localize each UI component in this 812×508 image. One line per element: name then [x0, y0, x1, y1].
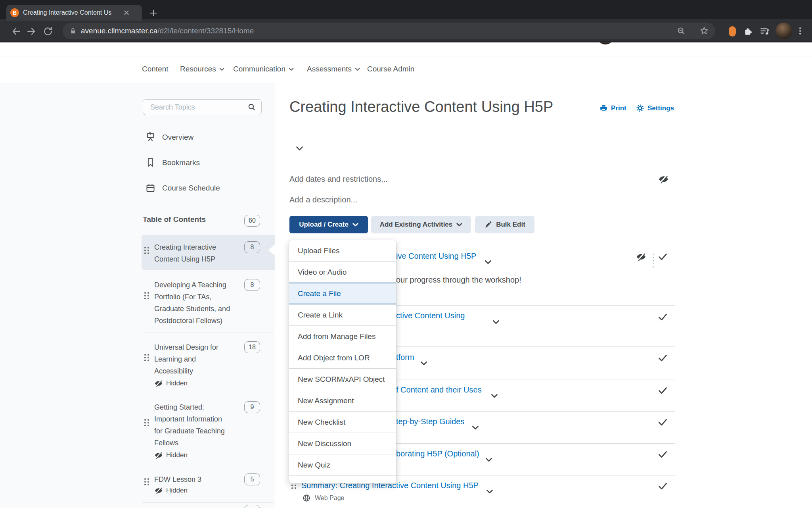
topic-hidden-eye-icon[interactable]	[636, 252, 646, 262]
navbar-item-content[interactable]: Content	[142, 65, 169, 73]
forward-icon[interactable]	[26, 26, 36, 37]
add-description-link[interactable]: Add a description...	[289, 195, 357, 204]
add-dates-link[interactable]: Add dates and restrictions...	[289, 175, 388, 184]
globe-icon	[302, 494, 311, 502]
chrome-menu-icon[interactable]	[799, 26, 801, 36]
toc-item-count-badge: 18	[244, 341, 260, 353]
bulk-edit-label: Bulk Edit	[496, 221, 525, 229]
drag-handle-icon[interactable]	[144, 354, 149, 361]
chevron-down-icon[interactable]	[492, 320, 500, 324]
toc-item-line: Portfolio (For TAs,	[154, 291, 230, 303]
menu-item-upload-files[interactable]: Upload Files	[289, 240, 396, 261]
topic-link-fragment[interactable]: tep-by-Step Guides	[396, 417, 464, 426]
toc-header[interactable]: Table of Contents	[143, 215, 206, 224]
toc-item-teaching-portfolio[interactable]: Developing A Teaching Portfolio (For TAs…	[154, 279, 230, 327]
completion-check-icon	[658, 354, 667, 362]
print-label: Print	[611, 104, 626, 112]
tab-close-icon[interactable]	[123, 9, 130, 16]
completion-check-icon	[658, 419, 667, 426]
menu-item-new-checklist[interactable]: New Checklist	[289, 411, 396, 433]
search-input[interactable]	[149, 103, 247, 112]
add-existing-activities-button[interactable]: Add Existing Activities	[371, 216, 471, 233]
bookmark-star-icon[interactable]	[699, 26, 709, 36]
topic-link-fragment[interactable]: ctive Content Using	[396, 311, 465, 320]
sidebar-divider	[142, 333, 274, 333]
navbar-label: Content	[142, 65, 169, 73]
bookmark-icon	[145, 157, 156, 168]
navbar-item-communication[interactable]: Communication	[233, 65, 294, 73]
collapse-module-chevron-icon[interactable]	[296, 146, 303, 151]
toc-item-line: Developing A Teaching	[154, 279, 230, 291]
extensions-puzzle-icon[interactable]	[743, 26, 753, 37]
chevron-down-icon[interactable]	[485, 260, 492, 264]
chevron-down-icon[interactable]	[472, 425, 479, 430]
address-bar[interactable]: avenue.cllmcmaster.ca/d2l/le/content/332…	[63, 23, 715, 39]
navbar-label: Resources	[180, 65, 216, 73]
toc-item-creating-interactive[interactable]: Creating Interactive Content Using H5P	[154, 241, 216, 265]
extension-orange-icon[interactable]	[729, 26, 736, 37]
chevron-down-icon[interactable]	[485, 458, 492, 462]
upload-create-button[interactable]: Upload / Create	[289, 216, 368, 233]
topic-description-fragment: our progress through the workshop!	[396, 275, 521, 285]
menu-item-create-a-link[interactable]: Create a Link	[289, 304, 396, 325]
menu-item-video-or-audio[interactable]: Video or Audio	[289, 261, 396, 283]
chevron-down-icon[interactable]	[491, 394, 498, 398]
topic-link-fragment[interactable]: borating H5P (Optional)	[396, 449, 479, 458]
hidden-status: Hidden	[154, 451, 225, 460]
drag-handle-icon[interactable]	[144, 419, 149, 426]
reload-icon[interactable]	[43, 26, 53, 37]
hidden-label: Hidden	[166, 379, 188, 387]
browser-tab[interactable]: B Creating Interactive Content Us	[6, 5, 142, 21]
bulk-edit-button[interactable]: Bulk Edit	[475, 216, 534, 233]
menu-item-new-discussion[interactable]: New Discussion	[289, 433, 396, 454]
chevron-down-icon	[289, 67, 294, 71]
toc-item-line: Universal Design for	[154, 341, 218, 353]
profile-avatar[interactable]	[776, 23, 792, 39]
toc-item-count-badge: 8	[244, 279, 260, 291]
menu-item-new-quiz[interactable]: New Quiz	[289, 454, 396, 475]
media-queue-icon[interactable]	[760, 26, 770, 37]
toc-item-line: Getting Started:	[154, 401, 225, 413]
content-sidebar	[0, 83, 275, 508]
eye-hidden-icon	[154, 451, 163, 460]
settings-button[interactable]: Settings	[636, 104, 674, 112]
navbar-item-resources[interactable]: Resources	[180, 65, 224, 73]
navbar-item-course-admin[interactable]: Course Admin	[367, 65, 414, 73]
toc-item-universal-design[interactable]: Universal Design for Learning and Access…	[154, 341, 218, 388]
zoom-out-icon[interactable]	[676, 26, 686, 36]
menu-item-new-scorm-xapi-object[interactable]: New SCORM/xAPI Object	[289, 368, 396, 390]
menu-item-add-from-manage-files[interactable]: Add from Manage Files	[289, 325, 396, 347]
url-text: avenue.cllmcmaster.ca/d2l/le/content/332…	[81, 27, 254, 35]
drag-handle-icon[interactable]	[144, 292, 149, 299]
chevron-down-icon[interactable]	[420, 361, 427, 366]
back-icon[interactable]	[11, 26, 21, 37]
drag-handle-icon[interactable]	[144, 247, 149, 254]
toc-item-count-badge-partial	[244, 505, 260, 508]
minibar-divider	[0, 56, 812, 56]
chevron-down-icon[interactable]	[486, 489, 493, 494]
sidebar-item-overview[interactable]: Overview	[145, 132, 193, 142]
new-tab-icon[interactable]	[149, 9, 158, 17]
navbar-label: Communication	[233, 65, 285, 73]
sidebar-item-bookmarks[interactable]: Bookmarks	[145, 157, 200, 168]
sidebar-divider	[142, 393, 274, 393]
search-topics-box[interactable]	[143, 99, 262, 115]
topic-link-fragment[interactable]: tform	[396, 353, 414, 362]
module-hidden-eye-icon[interactable]	[658, 174, 669, 185]
sidebar-item-course-schedule[interactable]: Course Schedule	[145, 183, 220, 193]
toc-item-count-badge: 9	[244, 401, 260, 413]
chevron-down-icon	[219, 67, 224, 71]
navbar-item-assessments[interactable]: Assessments	[307, 65, 360, 73]
menu-item-add-object-from-lor[interactable]: Add Object from LOR	[289, 347, 396, 368]
toc-item-fdw-lesson-3[interactable]: FDW Lesson 3 Hidden	[154, 473, 201, 495]
topic-link-fragment[interactable]: f Content and their Uses	[396, 385, 482, 394]
drag-handle-icon[interactable]	[144, 478, 149, 485]
search-icon[interactable]	[247, 102, 257, 112]
topic-link-fragment[interactable]: ive Content Using H5P	[396, 252, 476, 261]
print-button[interactable]: Print	[599, 104, 626, 112]
menu-item-create-a-file[interactable]: Create a File	[289, 283, 396, 304]
add-existing-label: Add Existing Activities	[380, 221, 453, 229]
toc-item-getting-started[interactable]: Getting Started: Important Information f…	[154, 401, 225, 460]
menu-item-new-assignment[interactable]: New Assignment	[289, 390, 396, 411]
hidden-status: Hidden	[154, 379, 218, 388]
